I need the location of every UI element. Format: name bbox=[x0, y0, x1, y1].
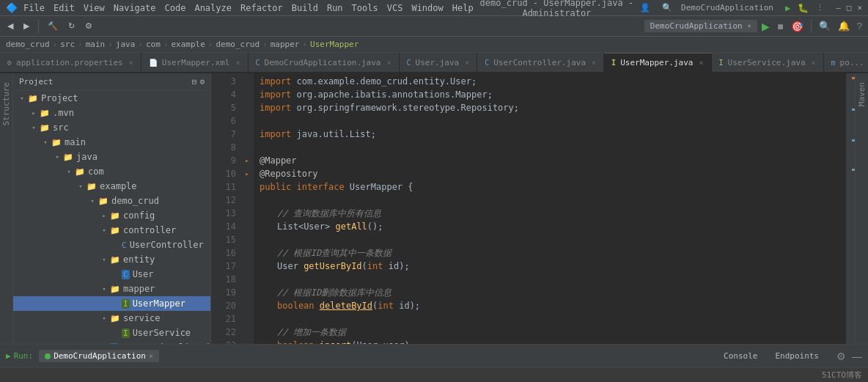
editor-content[interactable]: 3 4 5 6 7 8 9 10 11 12 13 14 15 16 17 18… bbox=[211, 73, 855, 344]
sidebar-item-service[interactable]: ▾ 📁 service bbox=[13, 311, 210, 326]
breadcrumb-part-1[interactable]: src bbox=[60, 40, 75, 49]
menu-window[interactable]: Window bbox=[411, 3, 443, 13]
bottom-tab-democrud[interactable]: DemoCrudApplication × bbox=[39, 350, 159, 362]
run-config-bar[interactable]: DemoCrudApplication ▾ bbox=[644, 20, 757, 32]
help-toolbar-btn[interactable]: ? bbox=[854, 19, 865, 33]
breadcrumb-part-7[interactable]: mapper bbox=[271, 40, 300, 49]
tab-close-2[interactable]: × bbox=[387, 59, 391, 67]
tab-application-properties[interactable]: ⚙ application.properties × bbox=[0, 53, 141, 72]
build-button[interactable]: 🔨 bbox=[43, 20, 62, 32]
arrow-entity[interactable]: ▾ bbox=[98, 256, 110, 263]
menu-build[interactable]: Build bbox=[292, 3, 318, 13]
menu-vcs[interactable]: VCS bbox=[387, 3, 403, 13]
menu-navigate[interactable]: Navigate bbox=[114, 3, 156, 13]
tab-close-5[interactable]: × bbox=[699, 59, 703, 67]
breadcrumb-part-6[interactable]: demo_crud bbox=[216, 40, 260, 49]
tab-usermapper-xml[interactable]: 📄 UserMapper.xml × bbox=[141, 53, 249, 72]
arrow-demo-crud[interactable]: ▾ bbox=[87, 197, 98, 205]
coverage-btn[interactable]: 🎯 bbox=[788, 19, 806, 34]
tab-close-4[interactable]: × bbox=[592, 59, 596, 67]
breadcrumb-part-4[interactable]: com bbox=[146, 40, 161, 49]
sidebar-item-config[interactable]: ▸ 📁 config bbox=[13, 208, 210, 223]
search-icon[interactable]: 🔍 bbox=[662, 3, 672, 12]
tab-close-1[interactable]: × bbox=[235, 59, 240, 67]
sidebar-item-usercontroller[interactable]: ▸ C UserController bbox=[13, 238, 210, 252]
sidebar-item-user[interactable]: ▸ C User bbox=[13, 267, 210, 282]
sidebar-item-project[interactable]: ▾ 📁 Project bbox=[13, 91, 210, 106]
sync-button[interactable]: ↻ bbox=[64, 20, 79, 32]
tab-close-6[interactable]: × bbox=[812, 59, 816, 67]
sidebar-item-userservice[interactable]: ▸ I UserService bbox=[13, 326, 210, 340]
run-toolbar-btn[interactable]: ▶ bbox=[759, 19, 773, 34]
sidebar-collapse-btn[interactable]: ⊟ bbox=[192, 77, 197, 87]
search-toolbar-btn[interactable]: 🔍 bbox=[816, 19, 834, 33]
maximize-icon[interactable]: □ bbox=[847, 3, 852, 12]
breadcrumb-part-8[interactable]: UserMapper bbox=[310, 40, 358, 49]
sidebar-item-usermapper[interactable]: ▸ I UserMapper bbox=[13, 296, 210, 311]
bottom-minimize-btn[interactable]: — bbox=[852, 350, 862, 362]
arrow-service[interactable]: ▾ bbox=[98, 315, 110, 322]
sidebar-item-mvn[interactable]: ▸ 📁 .mvn bbox=[13, 106, 210, 120]
close-icon[interactable]: ✕ bbox=[857, 3, 862, 12]
notification-btn[interactable]: 🔔 bbox=[835, 19, 853, 33]
run-config-dropdown-icon[interactable]: ▾ bbox=[747, 21, 752, 31]
debug-button[interactable]: 🐛 bbox=[798, 3, 809, 13]
settings-button[interactable]: ⚙ bbox=[81, 20, 97, 32]
structure-panel-label[interactable]: Structure bbox=[0, 79, 12, 129]
menu-view[interactable]: View bbox=[84, 3, 105, 13]
stop-toolbar-btn[interactable]: ■ bbox=[774, 19, 786, 34]
tab-close-3[interactable]: × bbox=[465, 59, 469, 67]
menu-run[interactable]: Run bbox=[327, 3, 343, 13]
editor-scrollbar[interactable] bbox=[846, 73, 855, 344]
avatar-icon[interactable]: 👤 bbox=[640, 3, 650, 12]
menu-analyze[interactable]: Analyze bbox=[194, 3, 232, 13]
bottom-settings-btn[interactable]: ⚙ bbox=[836, 350, 846, 362]
breadcrumb-part-5[interactable]: example bbox=[171, 40, 205, 49]
tab-usercontroller[interactable]: C UserController.java × bbox=[477, 53, 604, 72]
sidebar-item-main[interactable]: ▾ 📁 main bbox=[13, 135, 210, 150]
sidebar-item-entity[interactable]: ▾ 📁 entity bbox=[13, 252, 210, 267]
tab-close-0[interactable]: × bbox=[129, 59, 133, 67]
arrow-example[interactable]: ▾ bbox=[75, 183, 87, 190]
arrow-src[interactable]: ▾ bbox=[28, 124, 40, 131]
bottom-tab-endpoints[interactable]: Endpoints bbox=[769, 350, 825, 362]
menu-help[interactable]: Help bbox=[452, 3, 474, 13]
tab-usermapper-java[interactable]: I UserMapper.java × bbox=[604, 53, 711, 72]
sidebar-item-java[interactable]: ▾ 📁 java bbox=[13, 150, 210, 164]
sidebar-item-controller[interactable]: ▾ 📁 controller bbox=[13, 223, 210, 238]
menu-file[interactable]: File bbox=[23, 3, 45, 13]
arrow-java[interactable]: ▾ bbox=[51, 153, 63, 161]
sidebar-item-src[interactable]: ▾ 📁 src bbox=[13, 120, 210, 135]
bottom-tab-console[interactable]: Console bbox=[718, 350, 763, 362]
run-button[interactable]: ▶ bbox=[785, 3, 790, 13]
tab-democrud-application[interactable]: C DemoCrudApplication.java × bbox=[249, 53, 400, 72]
annotation-repo-icon[interactable]: ▸ bbox=[245, 170, 249, 177]
sidebar-settings-btn[interactable]: ⚙ bbox=[199, 77, 205, 87]
arrow-controller[interactable]: ▾ bbox=[98, 227, 110, 234]
menu-code[interactable]: Code bbox=[165, 3, 186, 13]
annotation-mapper-icon[interactable]: ▸ bbox=[245, 157, 249, 164]
arrow-main[interactable]: ▾ bbox=[40, 139, 51, 146]
sidebar-item-demo-crud[interactable]: ▾ 📁 demo_crud bbox=[13, 194, 210, 208]
tab-userservice[interactable]: I UserService.java × bbox=[712, 53, 824, 72]
window-controls[interactable]: 👤 🔍 DemoCrudApplication ▶ 🐛 ⋮ — □ ✕ bbox=[640, 3, 862, 13]
arrow-com[interactable]: ▾ bbox=[63, 168, 75, 175]
breadcrumb-part-2[interactable]: main bbox=[86, 40, 106, 49]
back-button[interactable]: ◀ bbox=[3, 20, 18, 32]
sidebar-item-example[interactable]: ▾ 📁 example bbox=[13, 179, 210, 194]
forward-button[interactable]: ▶ bbox=[19, 20, 34, 32]
tab-po[interactable]: m po... × bbox=[824, 53, 868, 72]
sidebar-item-mapper-folder[interactable]: ▾ 📁 mapper bbox=[13, 282, 210, 296]
arrow-mapper[interactable]: ▾ bbox=[98, 285, 110, 293]
maven-panel-label[interactable]: Maven bbox=[856, 79, 868, 109]
run-tab-close[interactable]: × bbox=[149, 352, 153, 360]
menu-refactor[interactable]: Refactor bbox=[240, 3, 283, 13]
code-editor[interactable]: import com.example.demo_crud.entity.User… bbox=[254, 73, 846, 344]
arrow-config[interactable]: ▸ bbox=[98, 212, 110, 219]
more-icon[interactable]: ⋮ bbox=[816, 3, 824, 12]
menu-tools[interactable]: Tools bbox=[352, 3, 378, 13]
breadcrumb-part-0[interactable]: demo_crud bbox=[6, 40, 50, 49]
tab-user-java[interactable]: C User.java × bbox=[400, 53, 478, 72]
sidebar-item-com[interactable]: ▾ 📁 com bbox=[13, 164, 210, 179]
minimize-icon[interactable]: — bbox=[836, 3, 841, 12]
